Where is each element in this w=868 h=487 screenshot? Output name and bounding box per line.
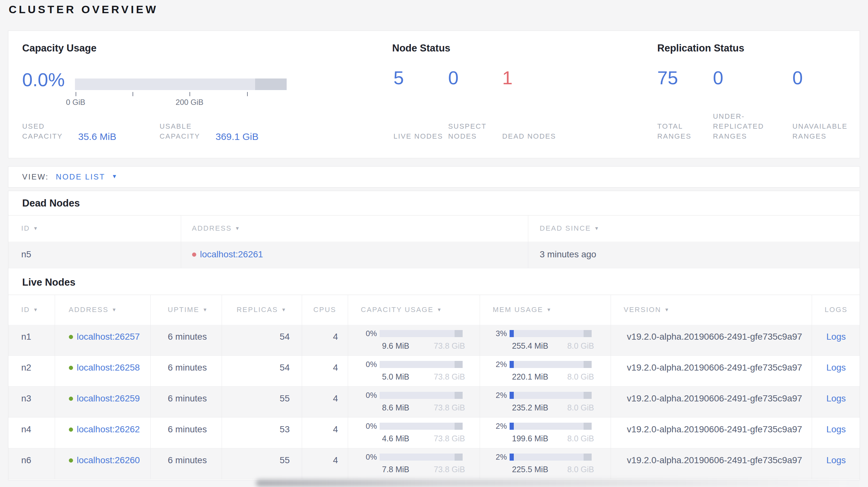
capacity-percent: 0% [348,421,380,431]
used-capacity-value: 35.6 MiB [78,131,116,142]
mem-percent: 2% [480,360,509,369]
capacity-used: 7.8 MiB [382,464,409,474]
mem-meter [509,423,592,430]
view-bar: VIEW: NODE LIST ▼ [8,166,860,188]
node-replicas: 55 [222,387,302,418]
node-address-link[interactable]: localhost:26262 [77,424,140,434]
node-cpus: 4 [302,418,348,448]
live-nodes-table: ID▼ ADDRESS▼ UPTIME▼ REPLICAS▼ CPUS CAPA… [8,295,860,479]
node-id: n3 [8,387,55,418]
live-col-uptime[interactable]: UPTIME▼ [150,295,222,325]
node-capacity-cell: 0% 8.6 MiB73.8 GiB [348,387,480,418]
node-cpus: 4 [302,387,348,418]
node-version: v19.2.0-alpha.20190606-2491-gfe735c9a97 [611,325,812,356]
capacity-percent: 0.0% [22,69,65,90]
dead-nodes-count: 1 [502,67,513,89]
node-address-cell: localhost:26262 [55,418,150,448]
node-address-link[interactable]: localhost:26258 [77,362,140,372]
live-col-capacity-usage[interactable]: CAPACITY USAGE▼ [348,295,480,325]
used-capacity-stat: USED CAPACITY 35.6 MiB [22,121,116,141]
mem-total: 8.0 GiB [567,464,594,474]
node-logs-cell: Logs [812,356,860,387]
live-col-id[interactable]: ID▼ [8,295,55,325]
capacity-total: 73.8 GiB [434,403,465,412]
logs-link[interactable]: Logs [826,424,846,434]
node-cpus: 4 [302,356,348,387]
live-col-replicas[interactable]: REPLICAS▼ [222,295,302,325]
mem-used: 220.1 MiB [512,372,549,382]
sort-caret-icon[interactable]: ▼ [546,307,552,312]
bottom-shadow [256,480,864,487]
live-table-header-row: ID▼ ADDRESS▼ UPTIME▼ REPLICAS▼ CPUS CAPA… [8,295,860,325]
sort-caret-icon[interactable]: ▼ [33,307,39,312]
mem-percent: 3% [480,329,509,338]
live-col-version[interactable]: VERSION▼ [611,295,812,325]
dead-col-address[interactable]: ADDRESS▼ [181,216,528,241]
node-id: n2 [8,356,55,387]
capacity-total: 73.8 GiB [434,372,465,382]
node-uptime: 6 minutes [150,356,222,387]
live-node-row: n3 localhost:26259 6 minutes 55 4 0% 8.6… [8,387,860,418]
capacity-meter [380,330,463,337]
node-uptime: 6 minutes [150,387,222,418]
node-uptime: 6 minutes [150,418,222,448]
node-address-link[interactable]: localhost:26259 [77,393,140,403]
capacity-percent: 0% [348,452,380,462]
live-node-row: n1 localhost:26257 6 minutes 54 4 0% 9.6… [8,325,860,356]
suspect-nodes-label: SUSPECT NODES [448,121,509,141]
node-address-link[interactable]: localhost:26257 [77,332,140,342]
total-ranges-count: 75 [657,67,678,89]
live-col-cpus: CPUS [302,295,348,325]
sort-caret-icon[interactable]: ▼ [664,307,670,312]
sort-caret-icon[interactable]: ▼ [437,307,442,312]
mem-meter [509,361,592,368]
dead-node-address-link[interactable]: localhost:26261 [200,249,263,259]
capacity-meter [380,423,463,430]
node-cpus: 4 [302,325,348,356]
node-cpus: 4 [302,448,348,479]
sort-caret-icon[interactable]: ▼ [594,226,600,231]
logs-link[interactable]: Logs [826,455,846,465]
chevron-down-icon[interactable]: ▼ [112,173,117,180]
axis-tick [132,92,133,96]
logs-link[interactable]: Logs [826,393,846,403]
logs-link[interactable]: Logs [826,332,846,342]
live-col-address[interactable]: ADDRESS▼ [55,295,150,325]
dead-nodes-label: DEAD NODES [502,131,563,141]
capacity-percent: 0% [348,360,380,369]
node-capacity-cell: 0% 5.0 MiB73.8 GiB [348,356,480,387]
sort-caret-icon[interactable]: ▼ [33,226,39,231]
summary-card: Capacity Usage 0.0% 0 GiB 200 GiB USED C… [8,31,860,158]
unavailable-label: UNAVAILABLE RANGES [793,121,854,141]
capacity-meter [380,361,463,368]
sort-caret-icon[interactable]: ▼ [112,307,117,312]
axis-label-200gib: 200 GiB [167,98,212,107]
logs-link[interactable]: Logs [826,362,846,372]
view-selector[interactable]: NODE LIST [56,172,105,182]
node-capacity-cell: 0% 7.8 MiB73.8 GiB [348,448,480,479]
node-address-link[interactable]: localhost:26260 [77,455,140,465]
sort-caret-icon[interactable]: ▼ [235,226,240,231]
mem-total: 8.0 GiB [567,341,594,351]
dead-nodes-title: Dead Nodes [8,191,860,215]
live-col-mem-usage[interactable]: MEM USAGE▼ [480,295,611,325]
node-replicas: 54 [222,325,302,356]
capacity-used: 8.6 MiB [382,403,409,412]
axis-label-0gib: 0 GiB [53,98,98,107]
sort-caret-icon[interactable]: ▼ [281,307,287,312]
node-id: n1 [8,325,55,356]
capacity-meter [380,454,463,461]
mem-used: 235.2 MiB [512,403,549,412]
live-status-dot-icon [69,366,73,370]
capacity-total: 73.8 GiB [434,464,465,474]
sort-caret-icon[interactable]: ▼ [203,307,208,312]
node-capacity-cell: 0% 9.6 MiB73.8 GiB [348,325,480,356]
node-version: v19.2.0-alpha.20190606-2491-gfe735c9a97 [611,356,812,387]
mem-percent: 2% [480,421,509,431]
live-node-row: n6 localhost:26260 6 minutes 55 4 0% 7.8… [8,448,860,479]
capacity-used: 5.0 MiB [382,372,409,382]
live-nodes-count: 5 [394,67,404,89]
dead-col-dead-since[interactable]: DEAD SINCE▼ [528,216,860,241]
dead-col-id[interactable]: ID▼ [8,216,181,241]
suspect-nodes-count: 0 [448,67,459,89]
